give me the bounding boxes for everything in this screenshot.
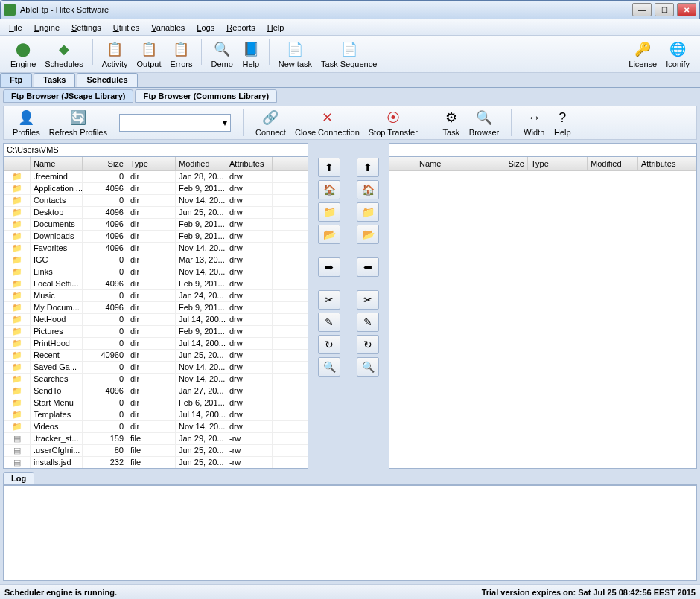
- column-header[interactable]: Modified: [588, 157, 638, 170]
- column-header[interactable]: Attributes: [226, 157, 273, 170]
- close-connection-button[interactable]: ✕Close Connection: [290, 107, 364, 138]
- file-row[interactable]: 📁Pictures0dirFeb 9, 201...drw: [4, 326, 308, 338]
- op-button[interactable]: ✂: [318, 290, 340, 310]
- menu-settings[interactable]: Settings: [66, 21, 107, 34]
- menu-engine[interactable]: Engine: [28, 21, 66, 34]
- iconify-button[interactable]: 🌐Iconify: [661, 39, 694, 70]
- file-row[interactable]: ▤.userCfgIni...80fileJun 25, 20...-rw: [4, 445, 308, 457]
- file-row[interactable]: 📁Recent40960dirJun 25, 20...drw: [4, 350, 308, 362]
- file-row[interactable]: 📁Music0dirJan 24, 20...drw: [4, 290, 308, 302]
- output-button[interactable]: 📋Output: [132, 39, 165, 70]
- column-header[interactable]: Size: [483, 157, 528, 170]
- task-sequence-button[interactable]: 📄Task Sequence: [316, 39, 381, 70]
- op-button[interactable]: ↻: [357, 335, 379, 354]
- op-button[interactable]: ↻: [318, 335, 340, 354]
- column-header[interactable]: Type: [127, 157, 176, 170]
- op-button[interactable]: ✂: [357, 290, 379, 310]
- file-row[interactable]: 📁Saved Ga...0dirNov 14, 20...drw: [4, 362, 308, 374]
- connect-button[interactable]: 🔗Connect: [251, 107, 290, 138]
- op-button[interactable]: ✎: [318, 313, 340, 332]
- file-row[interactable]: 📁Templates0dirJul 14, 200...drw: [4, 409, 308, 421]
- op-button[interactable]: ⬆: [318, 158, 340, 177]
- op-button[interactable]: ➡: [318, 257, 340, 277]
- menu-help[interactable]: Help: [261, 21, 290, 34]
- tab-schedules[interactable]: Schedules: [77, 73, 137, 87]
- demo-button[interactable]: 🔍Demo: [206, 39, 237, 70]
- browser-icon: 🔍: [475, 109, 493, 126]
- menu-utilities[interactable]: Utilities: [107, 21, 145, 34]
- column-header[interactable]: Attributes: [638, 157, 684, 170]
- refresh-profiles-button[interactable]: 🔄Refresh Profiles: [45, 107, 112, 138]
- column-header[interactable]: Modified: [176, 157, 226, 170]
- subtab-1[interactable]: Ftp Browser (Commons Library): [135, 89, 277, 103]
- menu-variables[interactable]: Variables: [145, 21, 191, 34]
- file-row[interactable]: 📁PrintHood0dirJul 14, 200...drw: [4, 338, 308, 350]
- op-button[interactable]: 📂: [357, 225, 379, 244]
- subtab-0[interactable]: Ftp Browser (JScape Library): [3, 89, 133, 103]
- close-button[interactable]: ✕: [677, 3, 696, 16]
- file-row[interactable]: 📁SendTo4096dirJan 27, 20...drw: [4, 385, 308, 397]
- op-button[interactable]: ⬅: [357, 257, 379, 277]
- file-row[interactable]: 📁Favorites4096dirNov 14, 20...drw: [4, 243, 308, 254]
- tab-tasks[interactable]: Tasks: [34, 73, 75, 87]
- profiles-button[interactable]: 👤Profiles: [8, 107, 45, 138]
- maximize-button[interactable]: ☐: [655, 3, 674, 16]
- menu-reports[interactable]: Reports: [220, 21, 261, 34]
- op-button[interactable]: 🏠: [357, 180, 379, 199]
- schedules-icon: ◆: [55, 40, 73, 58]
- tab-ftp[interactable]: Ftp: [0, 73, 32, 87]
- browser-button[interactable]: 🔍Browser: [465, 107, 503, 138]
- help-button[interactable]: 📘Help: [238, 39, 264, 70]
- file-row[interactable]: 📁Application ...4096dirFeb 9, 201...drw: [4, 183, 308, 195]
- column-header[interactable]: Name: [31, 157, 83, 170]
- file-row[interactable]: 📁Searches0dirNov 14, 20...drw: [4, 374, 308, 385]
- file-row[interactable]: 📁Documents4096dirFeb 9, 201...drw: [4, 219, 308, 231]
- column-header[interactable]: [4, 157, 31, 170]
- log-tab[interactable]: Log: [3, 472, 34, 485]
- op-button[interactable]: ✎: [357, 313, 379, 332]
- minimize-button[interactable]: —: [632, 3, 652, 16]
- errors-button[interactable]: 📋Errors: [166, 39, 197, 70]
- task-button[interactable]: ⚙Task: [438, 107, 465, 138]
- op-button[interactable]: 🏠: [318, 180, 340, 199]
- help-button[interactable]: ?Help: [549, 107, 576, 138]
- menu-file[interactable]: File: [3, 21, 28, 34]
- local-file-panel: NameSizeTypeModifiedAttributes 📁.freemin…: [3, 156, 308, 469]
- menu-logs[interactable]: Logs: [191, 21, 220, 34]
- schedules-button[interactable]: ◆Schedules: [40, 39, 87, 70]
- column-header[interactable]: Size: [83, 157, 127, 170]
- status-left: Scheduler engine is running.: [4, 588, 117, 597]
- column-header[interactable]: Type: [528, 157, 588, 170]
- file-row[interactable]: 📁Videos0dirNov 14, 20...drw: [4, 421, 308, 433]
- remote-path[interactable]: [389, 143, 697, 156]
- file-row[interactable]: ▤.tracker_st...159fileJan 29, 20...-rw: [4, 433, 308, 445]
- op-button[interactable]: ⬆: [357, 158, 379, 177]
- file-row[interactable]: ▤installs.jsd232fileJun 25, 20...-rw: [4, 457, 308, 468]
- activity-button[interactable]: 📋Activity: [98, 39, 133, 70]
- new-task-button[interactable]: 📄New task: [274, 39, 316, 70]
- column-header[interactable]: Name: [416, 157, 483, 170]
- file-row[interactable]: 📁IGC0dirMar 13, 20...drw: [4, 254, 308, 266]
- log-textarea[interactable]: [3, 484, 697, 581]
- file-row[interactable]: 📁Links0dirNov 14, 20...drw: [4, 266, 308, 278]
- file-row[interactable]: 📁NetHood0dirJul 14, 200...drw: [4, 314, 308, 326]
- op-button[interactable]: 📁: [318, 202, 340, 222]
- local-path[interactable]: C:\Users\VMS: [3, 143, 308, 156]
- file-row[interactable]: 📁Contacts0dirNov 14, 20...drw: [4, 195, 308, 207]
- file-row[interactable]: 📁Start Menu0dirFeb 6, 201...drw: [4, 397, 308, 409]
- file-row[interactable]: 📁Local Setti...4096dirFeb 9, 201...drw: [4, 278, 308, 290]
- width-button[interactable]: ↔Width: [519, 107, 549, 138]
- stop-transfer-button[interactable]: ⦿Stop Transfer: [364, 107, 422, 138]
- file-row[interactable]: 📁Downloads4096dirFeb 9, 201...drw: [4, 231, 308, 243]
- column-header[interactable]: [389, 157, 416, 170]
- license-button[interactable]: 🔑License: [624, 39, 661, 70]
- engine-button[interactable]: ⬤Engine: [6, 39, 40, 70]
- file-row[interactable]: 📁Desktop4096dirJun 25, 20...drw: [4, 207, 308, 219]
- op-button[interactable]: 🔍: [318, 357, 340, 377]
- file-row[interactable]: 📁My Docum...4096dirFeb 9, 201...drw: [4, 302, 308, 314]
- op-button[interactable]: 📁: [357, 202, 379, 222]
- op-button[interactable]: 📂: [318, 225, 340, 244]
- file-row[interactable]: 📁.freemind0dirJan 28, 20...drw: [4, 171, 308, 183]
- op-button[interactable]: 🔍: [357, 357, 379, 377]
- profile-dropdown[interactable]: [119, 114, 231, 132]
